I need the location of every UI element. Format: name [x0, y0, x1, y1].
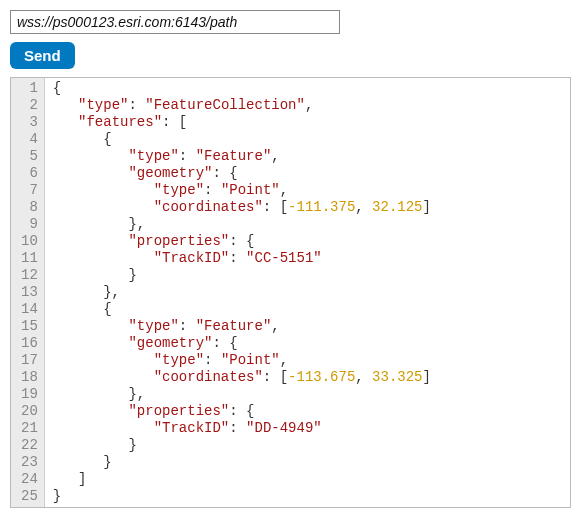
code-line: } [53, 437, 562, 454]
code-line: }, [53, 216, 562, 233]
code-line: } [53, 267, 562, 284]
code-line: "features": [ [53, 114, 562, 131]
line-number: 23 [21, 454, 38, 471]
line-number: 24 [21, 471, 38, 488]
line-number: 10 [21, 233, 38, 250]
code-line: { [53, 131, 562, 148]
code-line: "geometry": { [53, 165, 562, 182]
code-line: "type": "Point", [53, 352, 562, 369]
code-line: }, [53, 386, 562, 403]
line-number: 5 [21, 148, 38, 165]
code-line: { [53, 301, 562, 318]
line-number: 21 [21, 420, 38, 437]
code-line: "type": "Feature", [53, 148, 562, 165]
send-button[interactable]: Send [10, 42, 75, 69]
code-line: "geometry": { [53, 335, 562, 352]
line-number: 8 [21, 199, 38, 216]
code-line: ] [53, 471, 562, 488]
line-number: 14 [21, 301, 38, 318]
code-line: "coordinates": [-111.375, 32.125] [53, 199, 562, 216]
line-number: 17 [21, 352, 38, 369]
line-number: 11 [21, 250, 38, 267]
code-line: }, [53, 284, 562, 301]
code-line: "TrackID": "DD-4949" [53, 420, 562, 437]
line-number: 9 [21, 216, 38, 233]
line-number: 6 [21, 165, 38, 182]
line-number: 12 [21, 267, 38, 284]
line-number: 16 [21, 335, 38, 352]
line-number: 7 [21, 182, 38, 199]
line-number: 19 [21, 386, 38, 403]
code-line: } [53, 454, 562, 471]
line-number: 13 [21, 284, 38, 301]
code-line: } [53, 488, 562, 505]
line-number-gutter: 1234567891011121314151617181920212223242… [11, 78, 45, 507]
line-number: 20 [21, 403, 38, 420]
code-line: "type": "Point", [53, 182, 562, 199]
code-line: "coordinates": [-113.675, 33.325] [53, 369, 562, 386]
websocket-url-input[interactable] [10, 10, 340, 34]
line-number: 25 [21, 488, 38, 505]
code-line: { [53, 80, 562, 97]
line-number: 18 [21, 369, 38, 386]
code-line: "type": "Feature", [53, 318, 562, 335]
line-number: 4 [21, 131, 38, 148]
line-number: 2 [21, 97, 38, 114]
line-number: 22 [21, 437, 38, 454]
code-line: "type": "FeatureCollection", [53, 97, 562, 114]
code-editor[interactable]: 1234567891011121314151617181920212223242… [10, 77, 571, 508]
code-line: "TrackID": "CC-5151" [53, 250, 562, 267]
line-number: 15 [21, 318, 38, 335]
line-number: 3 [21, 114, 38, 131]
line-number: 1 [21, 80, 38, 97]
code-line: "properties": { [53, 403, 562, 420]
code-content[interactable]: { "type": "FeatureCollection", "features… [45, 78, 570, 507]
code-line: "properties": { [53, 233, 562, 250]
